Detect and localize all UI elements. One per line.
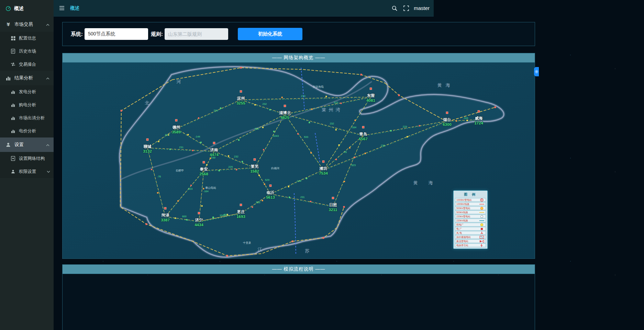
legend-label: 抽水蓄能电站: [456, 235, 471, 239]
menu-toggle-icon[interactable]: [59, 6, 65, 10]
map-city-node: [284, 105, 286, 107]
map-line-value: 600: [182, 215, 187, 218]
map-city-node: [198, 212, 200, 214]
search-icon[interactable]: [392, 6, 397, 11]
legend-symbol-icon: [479, 235, 485, 239]
legend-symbol-icon: [479, 231, 485, 235]
map-node: [212, 217, 214, 218]
map-city-node: [254, 158, 256, 161]
map-line-value: 229: [213, 109, 218, 112]
map-node: [419, 125, 420, 126]
map-node: [288, 186, 289, 187]
system-config-panel: 系统: 规则: 初始化系统: [62, 22, 535, 46]
map-node: [390, 130, 392, 131]
map-city-label: 济南: [210, 148, 219, 152]
bar-chart-icon: [5, 75, 11, 81]
dashboard-icon: [5, 6, 11, 11]
sidebar-item-config-info[interactable]: 配置信息: [0, 32, 54, 45]
map-city-node: [446, 112, 448, 114]
system-input[interactable]: [85, 28, 148, 40]
sidebar-item-overview[interactable]: 概述: [0, 0, 54, 17]
map-region-label: 河: [177, 79, 181, 84]
map-node: [263, 149, 264, 151]
submenu-settings: 设置网络结构 权限设置: [0, 152, 54, 178]
map-station-label: 十里泉: [243, 241, 251, 244]
sidebar-item-label: 市场出清分析: [19, 115, 45, 121]
map-city-value: 4081: [366, 98, 375, 102]
map-station-label: 白杨河: [271, 167, 279, 170]
rule-input[interactable]: [165, 28, 228, 40]
map-legend: 图 例1000kV变电站1000kV线路500kV变电站500kV线路220kV…: [453, 190, 488, 249]
sidebar-group-settings[interactable]: 设置: [0, 138, 54, 152]
sidebar-item-generation-analysis[interactable]: 发电分析: [0, 85, 54, 98]
map-node: [198, 117, 199, 119]
sidebar-item-label: 权限设置: [19, 169, 36, 175]
legend-title: 图 例: [455, 192, 486, 198]
map-node: [310, 201, 311, 202]
process-panel-title: —— 模拟流程说明 ——: [63, 265, 535, 274]
map-node: [354, 120, 356, 121]
user-icon: [10, 169, 16, 174]
map-city-value: 6567: [359, 137, 368, 141]
map-city-label: 泰安: [200, 167, 208, 171]
bar-chart-icon: [10, 89, 16, 95]
network-map[interactable]: 230232229523-1646001043533529-144231-762…: [63, 63, 535, 258]
map-node: [262, 200, 263, 201]
map-station-label: 泰山电站: [205, 186, 216, 189]
sidebar-item-network-structure[interactable]: 设置网络结构: [0, 152, 54, 165]
map-node: [219, 170, 220, 171]
map-city-value: 6300: [443, 122, 452, 126]
sidebar-group-market[interactable]: ¥ 市场交易: [0, 17, 54, 32]
map-city-node: [362, 126, 364, 128]
map-city-node: [332, 197, 334, 199]
legend-label: 220kV变电站: [456, 215, 470, 218]
map-line-value: -144: [296, 179, 301, 183]
map-city-node: [213, 142, 215, 144]
sidebar-item-trade-matching[interactable]: 交易撮合: [0, 58, 54, 71]
map-node: [310, 152, 312, 154]
map-node: [158, 141, 159, 142]
legend-symbol-icon: [479, 198, 485, 202]
sidebar-group-results[interactable]: 结果分析: [0, 71, 54, 85]
map-node: [258, 175, 260, 176]
legend-row: 1000kV变电站: [455, 198, 486, 202]
map-city-node: [269, 185, 271, 187]
legend-symbol-icon: [479, 227, 485, 231]
sidebar-item-purchase-analysis[interactable]: 购电分析: [0, 98, 54, 111]
sidebar-item-permission-settings[interactable]: 权限设置: [0, 165, 54, 178]
map-node: [206, 164, 208, 166]
sidebar: 概述 ¥ 市场交易 配置信息 历史市场: [0, 0, 54, 330]
fullscreen-icon[interactable]: [403, 6, 409, 11]
map-city-label: 淄博北: [279, 111, 291, 115]
map-line-value: 231: [179, 146, 184, 149]
sidebar-group-label: 设置: [14, 142, 24, 148]
map-line-value: 229: [403, 125, 407, 128]
map-line-value: 1043: [273, 134, 279, 138]
settings-edge-tab[interactable]: [534, 67, 539, 76]
sidebar-item-clearing-analysis[interactable]: 市场出清分析: [0, 111, 54, 124]
sidebar-item-history-market[interactable]: 历史市场: [0, 45, 54, 58]
init-system-button[interactable]: 初始化系统: [238, 28, 302, 40]
map-city-node: [175, 119, 177, 121]
map-city-value: 4474: [210, 153, 219, 157]
map-node: [349, 147, 351, 148]
map-city-value: 3589: [172, 130, 181, 134]
tab-overview[interactable]: 概述: [70, 5, 79, 11]
legend-symbol-icon: [479, 240, 485, 243]
sidebar-item-price-analysis[interactable]: 电价分析: [0, 124, 54, 138]
swap-arrows-icon: [10, 62, 16, 67]
map-city-node: [478, 110, 480, 112]
map-city-value: 7534: [319, 171, 328, 175]
map-city-value: 3211: [329, 208, 338, 212]
map-line-value: 533: [304, 135, 308, 139]
map-city-node: [146, 139, 148, 141]
document-icon: [10, 48, 16, 54]
map-line-value: -144: [195, 135, 200, 138]
map-node: [254, 104, 256, 106]
map-city-label: 德州: [172, 125, 180, 129]
map-node: [360, 74, 362, 76]
map-city-value: 3132: [143, 149, 152, 153]
map-node: [240, 67, 242, 69]
bar-chart-icon: [10, 115, 16, 121]
map-node: [121, 110, 122, 112]
